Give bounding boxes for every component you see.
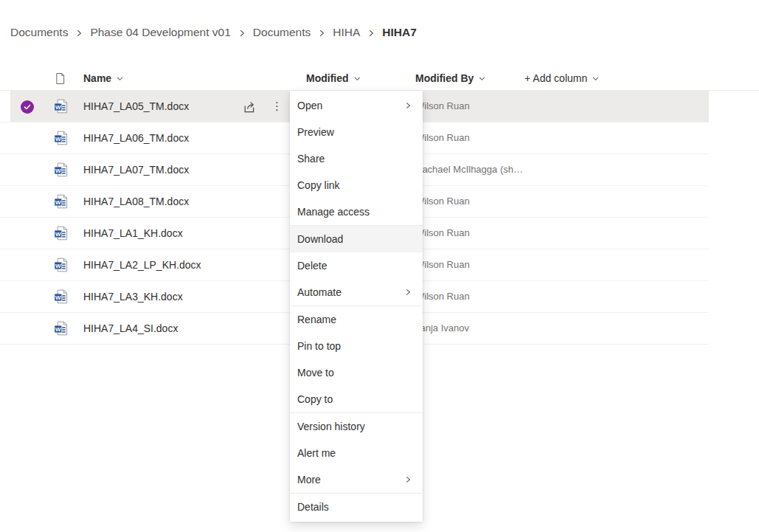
column-header-name[interactable]: Name bbox=[83, 66, 124, 90]
menu-item-preview[interactable]: Preview bbox=[290, 119, 423, 145]
word-document-icon: W bbox=[54, 321, 69, 336]
menu-item-move-to[interactable]: Move to bbox=[290, 359, 423, 386]
menu-item-manage-access[interactable]: Manage access bbox=[290, 198, 423, 225]
modified-by-value: Wilson Ruan bbox=[415, 249, 470, 280]
chevron-down-icon bbox=[478, 75, 486, 83]
file-name-link[interactable]: HIHA7_LA05_TM.docx bbox=[83, 91, 189, 122]
breadcrumb-item-documents[interactable]: Documents bbox=[10, 26, 68, 39]
word-document-icon: W bbox=[54, 99, 69, 114]
menu-item-automate[interactable]: Automate bbox=[290, 279, 423, 305]
menu-item-copy-link[interactable]: Copy link bbox=[290, 172, 423, 198]
submenu-chevron-right-icon bbox=[403, 101, 412, 110]
file-name-link[interactable]: HIHA7_LA3_KH.docx bbox=[83, 281, 183, 312]
svg-text:W: W bbox=[55, 199, 61, 206]
menu-item-alert-me[interactable]: Alert me bbox=[290, 440, 423, 466]
file-name-link[interactable]: HIHA7_LA06_TM.docx bbox=[83, 122, 189, 153]
menu-item-rename[interactable]: Rename bbox=[290, 306, 423, 333]
svg-text:W: W bbox=[55, 294, 61, 301]
modified-by-value: Rachael McIlhagga (sh… bbox=[415, 154, 523, 185]
breadcrumb-item-documents-2[interactable]: Documents bbox=[253, 26, 311, 39]
add-column-button[interactable]: + Add column bbox=[524, 66, 600, 90]
file-type-column-icon bbox=[54, 66, 66, 90]
breadcrumb: Documents Phase 04 Development v01 Docum… bbox=[10, 26, 417, 39]
chevron-down-icon bbox=[592, 75, 600, 83]
file-name-link[interactable]: HIHA7_LA2_LP_KH.docx bbox=[83, 249, 201, 280]
modified-by-value: Wilson Ruan bbox=[415, 186, 470, 217]
breadcrumb-current-hiha7: HIHA7 bbox=[382, 26, 417, 39]
file-name-link[interactable]: HIHA7_LA08_TM.docx bbox=[83, 186, 189, 217]
share-icon[interactable] bbox=[242, 100, 257, 114]
chevron-down-icon bbox=[353, 75, 361, 83]
svg-text:W: W bbox=[55, 136, 61, 142]
chevron-right-icon bbox=[367, 29, 375, 38]
modified-by-value: Wilson Ruan bbox=[415, 122, 470, 153]
menu-item-more[interactable]: More bbox=[290, 466, 423, 493]
chevron-down-icon bbox=[116, 75, 124, 83]
submenu-chevron-right-icon bbox=[403, 475, 412, 484]
modified-by-value: Wilson Ruan bbox=[415, 218, 470, 249]
word-document-icon: W bbox=[54, 289, 69, 304]
word-document-icon: W bbox=[54, 226, 69, 241]
word-document-icon: W bbox=[54, 131, 69, 145]
svg-text:W: W bbox=[55, 231, 61, 238]
context-menu: Open Preview Share Copy link Manage acce… bbox=[290, 91, 423, 522]
file-name-link[interactable]: HIHA7_LA07_TM.docx bbox=[83, 154, 189, 185]
file-name-link[interactable]: HIHA7_LA4_SI.docx bbox=[83, 313, 178, 344]
breadcrumb-item-phase04[interactable]: Phase 04 Development v01 bbox=[90, 26, 230, 39]
modified-by-value: Wilson Ruan bbox=[415, 91, 470, 122]
word-document-icon: W bbox=[54, 258, 69, 272]
word-document-icon: W bbox=[54, 194, 69, 209]
menu-item-delete[interactable]: Delete bbox=[290, 252, 423, 279]
menu-item-download[interactable]: Download bbox=[290, 226, 423, 252]
word-document-icon: W bbox=[54, 162, 69, 177]
svg-text:W: W bbox=[55, 104, 61, 111]
menu-item-share[interactable]: Share bbox=[290, 145, 423, 172]
svg-text:W: W bbox=[55, 326, 61, 333]
modified-by-value: Wilson Ruan bbox=[415, 281, 470, 312]
sharepoint-document-library: Documents Phase 04 Development v01 Docum… bbox=[0, 0, 759, 532]
svg-text:W: W bbox=[55, 263, 61, 269]
submenu-chevron-right-icon bbox=[403, 288, 412, 297]
menu-item-open[interactable]: Open bbox=[290, 92, 423, 119]
chevron-right-icon bbox=[74, 29, 83, 38]
column-header-modified-by[interactable]: Modified By bbox=[415, 66, 486, 90]
svg-text:W: W bbox=[55, 167, 61, 174]
menu-item-pin-to-top[interactable]: Pin to top bbox=[290, 333, 423, 359]
list-header: Name Modified Modified By + Add column bbox=[0, 66, 759, 90]
column-header-modified[interactable]: Modified bbox=[306, 66, 361, 90]
file-name-link[interactable]: HIHA7_LA1_KH.docx bbox=[83, 218, 183, 249]
chevron-right-icon bbox=[317, 29, 326, 38]
more-actions-ellipsis-icon[interactable]: ⋮ bbox=[271, 91, 282, 122]
breadcrumb-item-hiha[interactable]: HIHA bbox=[333, 26, 360, 39]
menu-item-details[interactable]: Details bbox=[290, 494, 423, 520]
menu-item-copy-to[interactable]: Copy to bbox=[290, 386, 423, 412]
chevron-right-icon bbox=[238, 29, 246, 38]
selected-check-icon[interactable] bbox=[21, 100, 34, 114]
menu-item-version-history[interactable]: Version history bbox=[290, 413, 423, 440]
modified-by-value: Tanja Ivanov bbox=[415, 313, 469, 344]
